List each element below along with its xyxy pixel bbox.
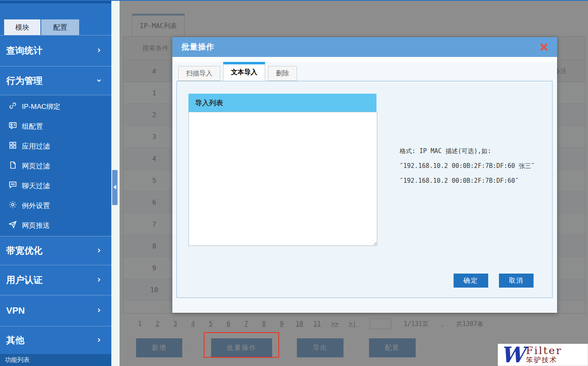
- tab-modules[interactable]: 模块: [4, 19, 40, 35]
- chevron-right-icon: [96, 246, 102, 256]
- group-label: 查询统计: [6, 45, 42, 57]
- group-label: 行为管理: [6, 75, 42, 87]
- sidebar-item-chat-filter[interactable]: 聊天过滤: [0, 176, 111, 196]
- group-label: 带宽优化: [6, 245, 42, 257]
- submenu-label: 网页过滤: [22, 161, 50, 171]
- gear-icon: [8, 200, 17, 211]
- send-icon: [8, 220, 17, 231]
- triangle-left-icon: [113, 184, 117, 191]
- sidebar-item-ip-mac-binding[interactable]: IP-MAC绑定: [0, 97, 111, 116]
- modal-tab-text-import[interactable]: 文本导入: [223, 62, 265, 81]
- chat-icon: [8, 180, 17, 191]
- group-label: 其他: [6, 334, 24, 347]
- sidebar-collapse-handle[interactable]: [112, 170, 118, 205]
- format-hint-line: ″192.168.10.2 00:0B:2F:7B:DF:60″: [400, 177, 535, 184]
- sidebar-item-app-filter[interactable]: 应用过滤: [0, 136, 111, 156]
- logo-name: Filter: [526, 345, 562, 356]
- submenu-label: 应用过滤: [22, 142, 50, 151]
- wfilter-logo: W Filter 笨驴技术: [498, 344, 588, 366]
- submenu-label: 组配置: [22, 122, 43, 131]
- chevron-right-icon: [96, 275, 102, 286]
- modal-tabs: 扫描导入 文本导入 删除: [178, 62, 300, 81]
- submenu-label: 网页推送: [22, 221, 50, 230]
- annotation-highlight-box: [204, 332, 279, 358]
- tab-config[interactable]: 配置: [41, 19, 79, 35]
- sidebar-top-strip: [0, 0, 111, 3]
- sidebar-group-query-stats[interactable]: 查询统计: [0, 35, 111, 66]
- submenu-label: 例外设置: [22, 201, 50, 210]
- grid-icon: [8, 141, 17, 152]
- group-label: VPN: [6, 305, 25, 316]
- format-hint: 格式: IP MAC 描述(可选),如: ″192.168.10.2 00:0B…: [400, 147, 535, 191]
- page-icon: [8, 161, 17, 172]
- logo-subtitle: 笨驴技术: [526, 356, 562, 364]
- sidebar-group-vpn[interactable]: VPN: [0, 295, 111, 326]
- import-list-textarea[interactable]: [188, 112, 377, 246]
- sidebar-group-behavior-mgmt[interactable]: 行为管理: [0, 66, 111, 95]
- sidebar-footer-function-list[interactable]: 功能列表: [0, 354, 111, 366]
- modal-tab-scan-import[interactable]: 扫描导入: [178, 66, 220, 81]
- chevron-right-icon: [96, 45, 102, 56]
- sidebar-item-web-filter[interactable]: 网页过滤: [0, 156, 111, 176]
- modal-header: 批量操作: [172, 37, 557, 57]
- format-hint-line: 格式: IP MAC 描述(可选),如:: [400, 147, 535, 155]
- close-icon[interactable]: [540, 43, 548, 51]
- submenu-label: 聊天过滤: [22, 181, 50, 191]
- sidebar-group-user-auth[interactable]: 用户认证: [0, 265, 111, 295]
- link-icon: [8, 101, 17, 112]
- sidebar-submenu: IP-MAC绑定 组配置 应用过滤 网页过滤 聊天过滤 例外设置 网页推送: [0, 95, 111, 236]
- submenu-label: IP-MAC绑定: [22, 102, 61, 111]
- sidebar-item-web-push[interactable]: 网页推送: [0, 215, 111, 235]
- sidebar-tabs: 模块 配置: [0, 3, 111, 35]
- sidebar-item-exception-settings[interactable]: 例外设置: [0, 196, 111, 215]
- id-card-icon: [8, 121, 17, 132]
- modal-title: 批量操作: [181, 42, 214, 52]
- ok-button[interactable]: 确定: [454, 274, 488, 288]
- modal-tab-delete[interactable]: 删除: [268, 66, 297, 81]
- cancel-button[interactable]: 取消: [499, 274, 534, 288]
- format-hint-line: ″192.168.10.2 00:0B:2F:7B:DF:60 张三″: [400, 162, 535, 170]
- batch-operation-modal: 批量操作 扫描导入 文本导入 删除 导入列表 格式: IP MAC 描述(可选)…: [172, 37, 557, 313]
- sidebar: 模块 配置 查询统计 行为管理 IP-MAC绑定 组配置 应用过滤 网页过滤 聊…: [0, 0, 111, 366]
- sidebar-group-other[interactable]: 其他: [0, 326, 111, 354]
- import-list-header: 导入列表: [188, 94, 376, 112]
- sidebar-group-bandwidth[interactable]: 带宽优化: [0, 236, 111, 265]
- chevron-down-icon: [96, 76, 102, 86]
- sidebar-item-group-config[interactable]: 组配置: [0, 116, 111, 136]
- modal-tab-panel: 导入列表 格式: IP MAC 描述(可选),如: ″192.168.10.2 …: [176, 81, 553, 298]
- logo-w-initial: W: [501, 345, 524, 365]
- chevron-right-icon: [96, 305, 102, 316]
- group-label: 用户认证: [6, 274, 42, 286]
- chevron-right-icon: [96, 335, 102, 346]
